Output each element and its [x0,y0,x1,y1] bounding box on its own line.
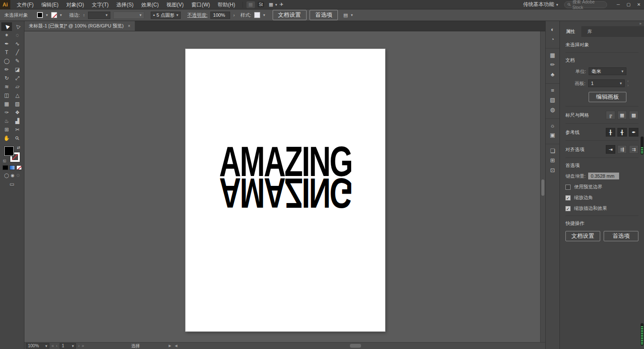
swatches-panel-icon[interactable]: ▦ [546,48,560,60]
share-icon[interactable]: ✈ [277,1,286,8]
stroke-panel-icon[interactable]: ≡ [546,83,560,95]
zoom-level-dropdown[interactable]: 100% ▾ [26,343,49,349]
eyedropper-tool[interactable]: ✑ [1,108,12,117]
menu-item-window[interactable]: 窗口(W) [188,0,214,9]
menu-item-view[interactable]: 视图(V) [163,0,188,9]
window-restore-button[interactable]: ▢ [623,0,634,9]
artwork-text-mirrored[interactable]: AMAZING [219,172,352,214]
curvature-tool[interactable]: ∿ [12,39,23,48]
magic-wand-tool[interactable]: ✶ [1,31,12,39]
status-play-icon[interactable]: ▶ [169,344,171,348]
previous-artboard-icon[interactable]: ‹ [56,343,58,348]
style-chevron-icon[interactable]: ▾ [263,13,265,17]
color-guide-panel-icon[interactable]: ◔ [546,34,560,44]
rulers-button[interactable]: ╔ [606,111,615,119]
align-options-icon[interactable]: ▤ [343,12,348,18]
shape-builder-tool[interactable]: ◫ [1,91,12,100]
stroke-color-swatch[interactable] [51,12,57,18]
transparency-grid-button[interactable]: ▩ [629,111,638,119]
brushes-panel-icon[interactable]: ✏ [546,60,560,70]
scale-tool[interactable]: ⤢ [12,74,23,82]
collapse-panels-icon[interactable]: » [639,21,641,26]
fill-proxy-swatch[interactable] [4,146,14,156]
fill-color-swatch[interactable] [37,12,43,18]
none-button[interactable] [16,165,22,170]
preferences-button[interactable]: 首选项 [310,10,338,20]
snap-to-glyph-button[interactable]: ⇉ [629,145,638,154]
vertical-scrollbar[interactable] [540,31,545,342]
rotate-tool[interactable]: ↻ [1,74,12,82]
artboards-panel-icon[interactable]: ⊞ [546,155,560,165]
next-artboard-icon[interactable]: › [78,343,79,348]
menu-item-effect[interactable]: 效果(C) [137,0,163,9]
column-graph-tool[interactable]: ▟ [12,117,23,125]
symbols-panel-icon[interactable]: ♣ [546,70,560,79]
artboard[interactable]: AMAZING AMAZING [185,49,385,331]
scale-strokes-effects-checkbox[interactable]: ✓ [565,206,571,211]
artboard-tool[interactable]: ⊞ [1,125,12,134]
symbol-sprayer-tool[interactable]: ♨ [1,117,12,125]
screen-mode-icon[interactable]: ▭ [9,181,14,187]
draw-normal-icon[interactable]: ◯ [4,173,9,178]
preferences-quick-button[interactable]: 首选项 [604,231,638,241]
canvas[interactable]: AMAZING AMAZING [24,31,545,342]
color-panel-icon[interactable]: ◐ [546,24,560,34]
free-transform-tool[interactable]: ▱ [12,82,23,91]
snap-to-point-button[interactable]: ⇶ [617,145,627,154]
default-fill-stroke-icon[interactable]: ◱ [3,159,6,163]
show-guides-button[interactable]: ╂ [606,128,615,137]
document-setup-quick-button[interactable]: 文档设置 [565,231,600,241]
brush-preset-dropdown[interactable]: • 5 点圆形 ▾ [151,12,181,19]
style-swatch[interactable] [254,12,260,18]
draw-inside-icon[interactable]: ⊙ [16,173,20,178]
scale-corners-checkbox[interactable]: ✓ [565,195,571,200]
tab-libraries[interactable]: 库 [581,26,598,37]
lasso-tool[interactable]: ◌ [12,31,23,39]
color-button[interactable] [3,165,8,170]
workspace-switcher[interactable]: 传统基本功能 ▾ [523,1,558,8]
gradient-panel-icon[interactable]: ▧ [546,95,560,105]
last-artboard-icon[interactable]: » [82,343,84,348]
edit-artboards-button[interactable]: 编辑画板 [589,92,626,102]
adobe-stock-icon[interactable]: St [258,2,264,7]
paintbrush-tool[interactable]: ✎ [12,57,23,65]
window-close-button[interactable]: ✕ [634,0,644,9]
blend-tool[interactable]: ❖ [12,108,23,117]
perspective-grid-tool[interactable]: △ [12,91,23,100]
tab-properties[interactable]: 属性 [560,26,581,37]
swap-fill-stroke-icon[interactable]: ⇄ [17,146,20,150]
draw-behind-icon[interactable]: ◉ [11,173,15,178]
layers-panel-icon[interactable]: ❏ [546,144,560,155]
keyboard-increment-field[interactable]: 0.3528 mm [588,173,619,179]
arrange-documents-icon[interactable]: ▦ [267,1,275,8]
eraser-tool[interactable]: ◪ [12,65,23,74]
fill-chevron-icon[interactable]: ▾ [46,13,48,17]
menu-item-object[interactable]: 对象(O) [62,0,88,9]
first-artboard-icon[interactable]: « [52,343,54,348]
mesh-tool[interactable]: ▦ [1,100,12,108]
menu-item-type[interactable]: 文字(T) [88,0,112,9]
opacity-more-icon[interactable]: › [233,12,235,18]
menu-item-help[interactable]: 帮助(H) [214,0,239,9]
align-options-chevron-icon[interactable]: ▾ [351,13,353,17]
document-tab[interactable]: 未标题-1 [已恢复]* @ 100% (RGB/GPU 预览) × [24,21,135,31]
slice-tool[interactable]: ✂ [12,125,23,134]
horizontal-scrollbar-thumb[interactable] [350,344,361,348]
stroke-width-stepper[interactable]: ↕ [83,13,85,17]
artboard-prev-next-icons[interactable]: ‹ › [627,79,638,88]
width-profile-dropdown[interactable]: ▾ [113,12,144,19]
menu-item-select[interactable]: 选择(S) [112,0,137,9]
transparency-panel-icon[interactable]: ◍ [546,105,560,115]
bridge-icon[interactable]: ▦ [246,1,255,8]
artboard-navigation-dropdown[interactable]: 1 ▾ [60,343,76,349]
line-segment-tool[interactable]: ╱ [12,48,23,57]
lock-guides-button[interactable]: ╉ [617,128,627,137]
width-tool[interactable]: ≋ [1,82,12,91]
selection-tool[interactable]: ▶ [1,22,12,31]
stroke-width-dropdown[interactable]: ▾ [88,12,110,19]
snap-to-grid-button[interactable]: ⇥ [606,145,615,154]
type-tool[interactable]: T [1,48,12,57]
units-dropdown[interactable]: 毫米 ▾ [589,67,626,75]
stroke-chevron-icon[interactable]: ▾ [60,13,62,17]
artboard-dropdown[interactable]: 1 ▾ [588,79,625,87]
